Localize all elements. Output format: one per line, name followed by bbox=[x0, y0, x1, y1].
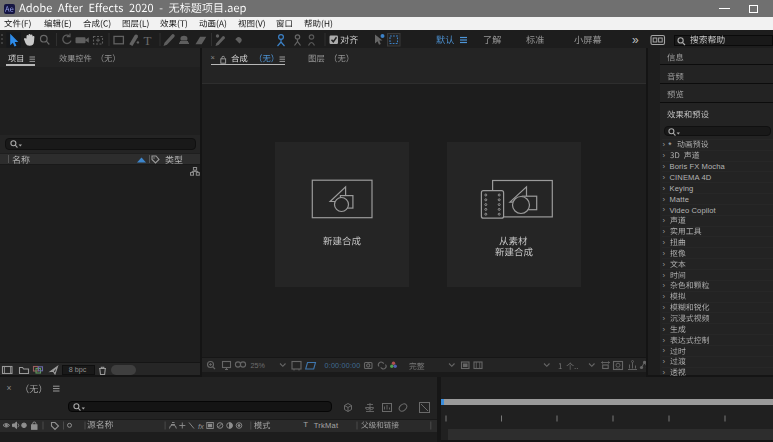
svg-text:T: T bbox=[144, 33, 152, 48]
svg-text:fx: fx bbox=[198, 422, 204, 431]
